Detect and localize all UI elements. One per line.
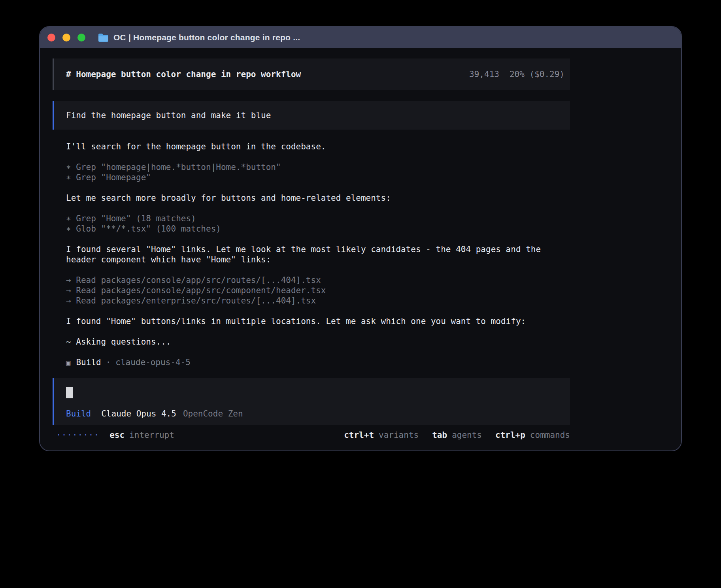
assistant-text: Let me search more broadly for buttons a…	[66, 193, 570, 203]
status-bar: ········ esc interrupt ctrl+t variants t…	[53, 430, 570, 440]
zoom-window-button[interactable]	[77, 34, 85, 41]
agent-model: claude-opus-4-5	[115, 357, 191, 368]
interrupt-hint-label: interrupt	[129, 430, 174, 440]
agents-hint-label: agents	[452, 430, 482, 440]
shortcut-variants: ctrl+t variants	[344, 430, 419, 440]
esc-key-hint: esc	[109, 430, 125, 440]
session-title: # Homepage button color change in repo w…	[66, 70, 301, 79]
tool-call-read: → Read packages/console/app/src/routes/[…	[66, 275, 570, 285]
session-stats: 39,413 20% ($0.29)	[469, 70, 564, 79]
separator-dot: ·	[106, 357, 111, 368]
user-message: Find the homepage button and make it blu…	[53, 101, 570, 130]
agent-status-line: ▣ Build · claude-opus-4-5	[66, 357, 570, 368]
shortcut-commands: ctrl+p commands	[495, 430, 570, 440]
transcript: I'll search for the homepage button in t…	[53, 141, 570, 368]
tool-call-glob: ∗ Glob "**/*.tsx" (100 matches)	[66, 224, 570, 234]
assistant-text: I found "Home" buttons/links in multiple…	[66, 316, 570, 326]
prompt-input[interactable]: Build Claude Opus 4.5 OpenCode Zen	[53, 378, 570, 425]
agent-mode-label: Build	[66, 409, 91, 418]
ctrl-t-key-hint: ctrl+t	[344, 430, 374, 440]
variants-hint-label: variants	[379, 430, 419, 440]
status-asking-questions: ~ Asking questions...	[66, 337, 570, 347]
ctrl-p-key-hint: ctrl+p	[495, 430, 525, 440]
model-name-label: Claude Opus 4.5	[101, 409, 176, 418]
terminal-content: # Homepage button color change in repo w…	[40, 58, 681, 440]
window-title: OC | Homepage button color change in rep…	[113, 33, 300, 42]
user-message-text: Find the homepage button and make it blu…	[66, 111, 271, 120]
tab-key-hint: tab	[432, 430, 447, 440]
text-cursor	[66, 387, 73, 398]
session-header: # Homepage button color change in repo w…	[53, 58, 570, 90]
agent-name: Build	[76, 357, 101, 368]
window-titlebar[interactable]: OC | Homepage button color change in rep…	[40, 27, 681, 48]
terminal-window: OC | Homepage button color change in rep…	[39, 26, 682, 451]
token-count: 39,413	[469, 70, 499, 79]
assistant-text: I found several "Home" links. Let me loo…	[66, 244, 570, 265]
shortcut-agents: tab agents	[432, 430, 482, 440]
commands-hint-label: commands	[530, 430, 570, 440]
tool-call-grep: ∗ Grep "Homepage"	[66, 172, 570, 183]
spinner-dots: ········	[56, 430, 99, 440]
tool-call-read: → Read packages/enterprise/src/routes/[.…	[66, 296, 570, 306]
assistant-text: I'll search for the homepage button in t…	[66, 141, 570, 152]
tool-call-grep: ∗ Grep "Home" (18 matches)	[66, 213, 570, 224]
agent-icon: ▣	[66, 357, 70, 368]
folder-icon	[98, 33, 109, 42]
provider-label: OpenCode Zen	[183, 409, 243, 418]
context-percent-cost: 20% ($0.29)	[510, 70, 564, 79]
input-meta-row: Build Claude Opus 4.5 OpenCode Zen	[66, 409, 558, 418]
tool-call-read: → Read packages/console/app/src/componen…	[66, 285, 570, 296]
tool-call-grep: ∗ Grep "homepage|home.*button|Home.*butt…	[66, 162, 570, 172]
minimize-window-button[interactable]	[62, 34, 70, 41]
close-window-button[interactable]	[47, 34, 55, 41]
